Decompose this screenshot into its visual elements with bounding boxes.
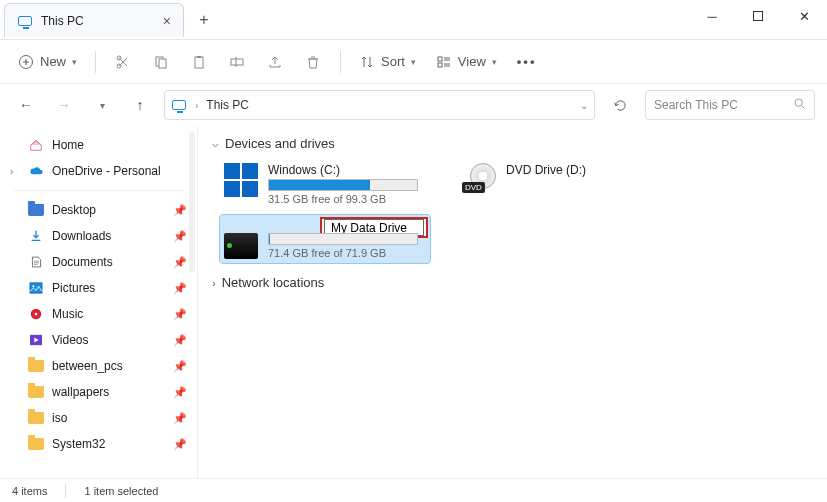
scrollbar[interactable] (189, 132, 195, 272)
clipboard-icon (191, 54, 207, 70)
item-count: 4 items (12, 485, 47, 497)
view-button[interactable]: View ▾ (428, 46, 505, 78)
trash-icon (305, 54, 321, 70)
more-button[interactable]: ••• (509, 46, 545, 78)
command-toolbar: New ▾ Sort ▾ View ▾ ••• (0, 40, 827, 84)
svg-rect-5 (195, 57, 203, 68)
windows-logo-icon (224, 163, 258, 197)
copy-icon (153, 54, 169, 70)
share-button[interactable] (258, 46, 292, 78)
minimize-button[interactable]: ─ (689, 0, 735, 32)
maximize-button[interactable] (735, 0, 781, 32)
window-tab[interactable]: This PC × (4, 3, 184, 37)
search-icon (793, 97, 806, 113)
drive-e[interactable]: 71.4 GB free of 71.9 GB (220, 215, 430, 263)
sidebar-item-between-pcs[interactable]: between_pcs📌 (0, 353, 197, 379)
rename-icon (229, 54, 245, 70)
hdd-icon (224, 233, 258, 259)
svg-point-12 (32, 285, 34, 287)
cut-button[interactable] (106, 46, 140, 78)
share-icon (267, 54, 283, 70)
svg-rect-9 (438, 63, 442, 67)
plus-circle-icon (18, 54, 34, 70)
sidebar-item-documents[interactable]: Documents📌 (0, 249, 197, 275)
sidebar-item-system32[interactable]: System32📌 (0, 431, 197, 457)
delete-button[interactable] (296, 46, 330, 78)
sidebar-item-music[interactable]: Music📌 (0, 301, 197, 327)
dvd-icon: DVD (462, 163, 496, 193)
sidebar-item-onedrive[interactable]: › OneDrive - Personal (0, 158, 197, 184)
this-pc-icon (17, 13, 33, 29)
svg-rect-6 (197, 56, 201, 58)
sidebar-item-home[interactable]: Home (0, 132, 197, 158)
folder-icon (28, 360, 44, 372)
svg-rect-8 (438, 57, 442, 61)
drive-label: Windows (C:) (268, 163, 418, 177)
free-space-text: 71.4 GB free of 71.9 GB (268, 247, 418, 259)
tab-title: This PC (41, 14, 84, 28)
documents-icon (28, 254, 44, 270)
sidebar-item-wallpapers[interactable]: wallpapers📌 (0, 379, 197, 405)
music-icon (28, 306, 44, 322)
downloads-icon (28, 228, 44, 244)
pictures-icon (28, 280, 44, 296)
drive-c[interactable]: Windows (C:) 31.5 GB free of 99.3 GB (220, 159, 430, 209)
add-tab-button[interactable]: + (190, 6, 218, 34)
view-icon (436, 54, 452, 70)
desktop-icon (28, 204, 44, 216)
folder-icon (28, 386, 44, 398)
videos-icon (28, 332, 44, 348)
rename-button[interactable] (220, 46, 254, 78)
sidebar-item-desktop[interactable]: Desktop📌 (0, 197, 197, 223)
copy-button[interactable] (144, 46, 178, 78)
svg-point-10 (795, 99, 802, 106)
forward-button[interactable]: → (50, 91, 78, 119)
chevron-right-icon[interactable]: › (10, 166, 13, 177)
usage-bar (268, 179, 418, 191)
sidebar-item-downloads[interactable]: Downloads📌 (0, 223, 197, 249)
search-placeholder: Search This PC (654, 98, 738, 112)
up-button[interactable]: ↑ (126, 91, 154, 119)
this-pc-icon (171, 97, 187, 113)
chevron-down-icon[interactable]: ⌵ (212, 137, 219, 150)
section-devices-drives[interactable]: ⌵ Devices and drives (212, 136, 813, 151)
navigation-row: ← → ▾ ↑ › This PC ⌄ Search This PC (0, 84, 827, 126)
sort-button[interactable]: Sort ▾ (351, 46, 424, 78)
refresh-icon (613, 98, 628, 113)
search-box[interactable]: Search This PC (645, 90, 815, 120)
chevron-right-icon[interactable]: › (212, 277, 216, 289)
cloud-icon (28, 163, 44, 179)
chevron-down-icon[interactable]: ⌄ (580, 100, 588, 111)
sort-icon (359, 54, 375, 70)
svg-point-14 (35, 313, 38, 316)
refresh-button[interactable] (605, 90, 635, 120)
close-tab-icon[interactable]: × (163, 13, 171, 29)
titlebar: This PC × + ─ ✕ (0, 0, 827, 40)
pin-icon: 📌 (173, 204, 187, 217)
free-space-text: 31.5 GB free of 99.3 GB (268, 193, 418, 205)
breadcrumb[interactable]: This PC (206, 98, 249, 112)
status-bar: 4 items 1 item selected (0, 478, 827, 502)
usage-bar (268, 233, 418, 245)
sidebar-item-videos[interactable]: Videos📌 (0, 327, 197, 353)
drive-label: DVD Drive (D:) (506, 163, 586, 177)
svg-rect-7 (231, 59, 243, 65)
new-button[interactable]: New ▾ (10, 46, 85, 78)
close-window-button[interactable]: ✕ (781, 0, 827, 32)
section-network-locations[interactable]: › Network locations (212, 275, 813, 290)
address-bar[interactable]: › This PC ⌄ (164, 90, 595, 120)
sidebar-item-pictures[interactable]: Pictures📌 (0, 275, 197, 301)
navigation-pane: Home › OneDrive - Personal Desktop📌 Down… (0, 126, 198, 478)
folder-icon (28, 438, 44, 450)
svg-rect-4 (159, 59, 166, 68)
selection-count: 1 item selected (84, 485, 158, 497)
sidebar-item-iso[interactable]: iso📌 (0, 405, 197, 431)
scissors-icon (115, 54, 131, 70)
folder-icon (28, 412, 44, 424)
drive-dvd[interactable]: DVD DVD Drive (D:) (458, 159, 668, 209)
content-pane[interactable]: ⌵ Devices and drives Windows (C:) 31.5 G… (198, 126, 827, 478)
home-icon (28, 137, 44, 153)
recent-locations-button[interactable]: ▾ (88, 91, 116, 119)
back-button[interactable]: ← (12, 91, 40, 119)
paste-button[interactable] (182, 46, 216, 78)
